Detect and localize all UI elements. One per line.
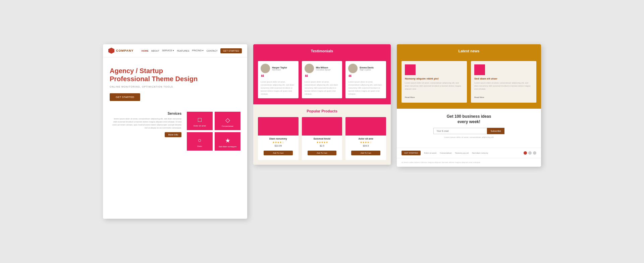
product-name-2: Euismod tincid — [304, 138, 340, 140]
person-name-1: Harper Taylor — [272, 66, 287, 69]
product-info-1: Diam nonummy ★★★★☆ $10.99 Add To Cart — [258, 136, 299, 157]
news-item-2: Sed diam eit utser Lorem ipsum dolor sit… — [471, 61, 536, 103]
quote-icon-2: ❝ — [305, 75, 340, 79]
product-price-3: $34.9 — [347, 145, 384, 147]
testimonial-person-2: Mia Wilson Consetus lopuef — [305, 64, 340, 73]
product-stars-3: ★★★★☆ — [347, 141, 384, 144]
news-image-2 — [474, 64, 485, 75]
testimonial-item-1: Harper Taylor Sed Diam ❝ Lorem ipsum dol… — [258, 61, 299, 98]
products-title: Popular Products — [258, 109, 386, 113]
service-icon-3: ○ — [198, 137, 202, 144]
product-image-3 — [345, 117, 386, 136]
product-name-1: Diam nonummy — [260, 138, 297, 140]
hero-cta-button[interactable]: GET STARTED — [110, 93, 140, 101]
quote-icon-3: ❝ — [348, 75, 383, 79]
nav-features[interactable]: FEATURES — [177, 50, 190, 52]
dot-3[interactable] — [533, 151, 536, 155]
news-title-2: Sed diam eit utser — [474, 77, 533, 80]
footer-nav: GET STARTED Dolor sit amet Consectetuer … — [397, 148, 541, 158]
card-news: Latest news Nomony aliquim nibht pio! Lo… — [397, 44, 541, 167]
footer-link-4[interactable]: Sed diam nonumy — [472, 152, 488, 154]
footer-cta-button[interactable]: GET STARTED — [401, 151, 421, 155]
nav-pricing[interactable]: PRICING — [192, 49, 204, 52]
news-text-2: Lorem ipsum dolor sit amet, consectetuer… — [474, 82, 533, 91]
nav-contact[interactable]: CONTACT — [206, 50, 217, 52]
service-item-4: ★ Sed diam nonwgum — [215, 132, 240, 151]
news-header: Latest news — [397, 44, 541, 58]
subscribe-button[interactable]: Subscribe — [487, 128, 504, 134]
service-item-3: ○ Dolor — [187, 132, 213, 151]
product-info-3: Aolor sit ame ★★★★☆ $34.9 Add To Cart — [345, 136, 386, 157]
add-to-cart-3[interactable]: Add To Cart — [351, 151, 380, 155]
avatar-2 — [305, 64, 314, 73]
person-info-1: Harper Taylor Sed Diam — [272, 66, 287, 71]
person-info-2: Mia Wilson Consetus lopuef — [316, 66, 330, 71]
nav-links: HOME ABOUT SERVICE FEATURES PRICING CONT… — [142, 48, 242, 53]
avatar-3 — [348, 64, 358, 73]
avatar-1 — [261, 64, 270, 73]
product-info-2: Euismod tincid ★★★★★ $2.5 Add To Cart — [302, 136, 342, 157]
news-item-1: Nomony aliquim nibht pio! Lorem ipsum do… — [401, 61, 467, 103]
news-title-1: Nomony aliquim nibht pio! — [405, 77, 464, 80]
product-image-2 — [302, 117, 342, 136]
card-testimonials-products: Testimonials Harper Taylor Sed Diam ❝ Lo… — [253, 44, 391, 165]
service-label-1: Dolor sit amet — [194, 125, 206, 127]
news-text-1: Lorem ipsum dolor sit amet, consectetuer… — [405, 82, 464, 91]
footer-pagination — [524, 151, 536, 155]
footer-link-3[interactable]: Nonumy pg vel — [455, 152, 469, 154]
product-image-1 — [258, 117, 299, 136]
products-section: Popular Products Diam nonummy ★★★★☆ $10.… — [253, 104, 391, 165]
service-icon-2: ◇ — [225, 116, 230, 124]
footer-bottom: ut lorem ades labore dolores magna aliqu… — [397, 158, 541, 167]
dot-1[interactable] — [524, 151, 527, 155]
navbar: COMPANY HOME ABOUT SERVICE FEATURES PRIC… — [103, 44, 247, 57]
person-info-3: Emma Davis Nigh cupidur — [360, 66, 374, 71]
service-label-2: Consectetuer — [222, 125, 234, 127]
services-description: Services lorem ipsum dolor sit amet, con… — [110, 112, 181, 151]
products-grid: Diam nonummy ★★★★☆ $10.99 Add To Cart Eu… — [258, 117, 386, 160]
footer-link-2[interactable]: Consectetuer — [440, 152, 452, 154]
add-to-cart-2[interactable]: Add To Cart — [308, 151, 337, 155]
person-role-1: Sed Diam — [272, 69, 287, 71]
nav-home[interactable]: HOME — [142, 50, 149, 52]
more-info-button[interactable]: More Info — [165, 132, 181, 137]
page-wrapper: COMPANY HOME ABOUT SERVICE FEATURES PRIC… — [90, 24, 554, 239]
add-to-cart-1[interactable]: Add To Cart — [264, 151, 293, 155]
service-label-4: Sed diam nonwgum — [219, 146, 236, 148]
news-image-1 — [405, 64, 416, 75]
services-section: Services lorem ipsum dolor sit amet, con… — [103, 106, 247, 156]
testimonials-header: Testimonials — [253, 44, 391, 58]
product-price-2: $2.5 — [304, 145, 340, 147]
testimonial-text-2: Lorem ipsum dolor sit amet, consectetuer… — [305, 81, 340, 96]
hero-title: Agency / Startup Professional Theme Desi… — [110, 67, 240, 83]
dot-2[interactable] — [528, 151, 532, 155]
nav-cta-button[interactable]: GET STARTED — [220, 48, 242, 53]
read-more-2[interactable]: Read More — [474, 96, 484, 98]
subscribe-email-input[interactable] — [433, 128, 487, 134]
product-name-3: Aolor sit ame — [347, 138, 384, 140]
services-title: Services — [110, 112, 181, 115]
nav-service[interactable]: SERVICE — [162, 49, 174, 52]
hero-section: Agency / Startup Professional Theme Desi… — [103, 57, 247, 106]
read-more-1[interactable]: Read More — [405, 96, 415, 98]
testimonial-person-3: Emma Davis Nigh cupidur — [348, 64, 383, 73]
service-label-3: Dolor — [197, 145, 202, 147]
service-icon-4: ★ — [225, 137, 230, 144]
hero-subtitle: ONLINE MONITORING, OPTIMIZATION TOOLS — [110, 86, 240, 88]
news-grid: Nomony aliquim nibht pio! Lorem ipsum do… — [397, 58, 541, 109]
service-icon-1: □ — [198, 116, 202, 123]
testimonial-text-1: Lorem ipsum dolor sit amet, consectetuer… — [261, 81, 296, 96]
person-role-2: Consetus lopuef — [316, 69, 330, 71]
logo-text: COMPANY — [116, 49, 133, 52]
person-role-3: Nigh cupidur — [360, 69, 374, 71]
footer-link-1[interactable]: Dolor sit amet — [424, 152, 436, 154]
testimonial-item-2: Mia Wilson Consetus lopuef ❝ Lorem ipsum… — [302, 61, 342, 98]
service-item-1: □ Dolor sit amet — [187, 112, 213, 130]
nav-about[interactable]: ABOUT — [151, 50, 159, 52]
testimonial-item-3: Emma Davis Nigh cupidur ❝ Lorem ipsum do… — [345, 61, 386, 98]
product-stars-2: ★★★★★ — [304, 141, 340, 144]
subscribe-section: Get 100 business ideas every week! Subsc… — [397, 109, 541, 148]
card-agency: COMPANY HOME ABOUT SERVICE FEATURES PRIC… — [103, 44, 247, 219]
subscribe-title: Get 100 business ideas every week! — [401, 114, 536, 124]
testimonials-grid: Harper Taylor Sed Diam ❝ Lorem ipsum dol… — [253, 58, 391, 104]
